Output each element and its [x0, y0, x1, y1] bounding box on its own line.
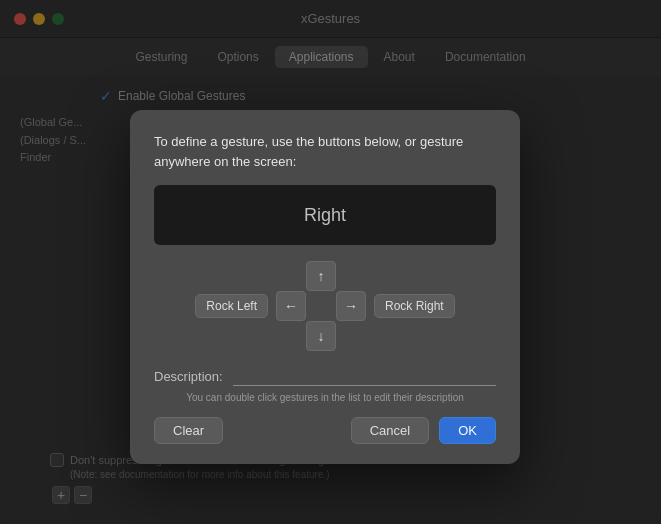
dpad-empty-bl	[276, 321, 306, 351]
dpad-right-button[interactable]: →	[336, 291, 366, 321]
dpad-up-button[interactable]: ↑	[306, 261, 336, 291]
dpad-empty-tr	[336, 261, 366, 291]
dpad-empty-br	[336, 321, 366, 351]
dpad-down-button[interactable]: ↓	[306, 321, 336, 351]
description-input[interactable]	[233, 367, 496, 386]
gesture-display: Right	[154, 185, 496, 245]
rock-left-button[interactable]: Rock Left	[195, 294, 268, 318]
dpad-area: Rock Left ↑ ← → ↓ Rock Right	[154, 261, 496, 351]
dialog-instruction: To define a gesture, use the buttons bel…	[154, 132, 496, 171]
rock-right-button[interactable]: Rock Right	[374, 294, 455, 318]
clear-button[interactable]: Clear	[154, 417, 223, 444]
dpad-empty-tl	[276, 261, 306, 291]
gesture-display-text: Right	[304, 205, 346, 226]
dpad-center: ↑ ← → ↓	[276, 261, 366, 351]
hint-text: You can double click gestures in the lis…	[154, 392, 496, 403]
dpad-left-button[interactable]: ←	[276, 291, 306, 321]
cancel-button[interactable]: Cancel	[351, 417, 429, 444]
dpad-center-empty	[306, 291, 336, 321]
define-gesture-dialog: To define a gesture, use the buttons bel…	[130, 110, 520, 464]
description-label: Description:	[154, 369, 223, 384]
btn-left-group: Clear	[154, 417, 223, 444]
button-row: Clear Cancel OK	[154, 417, 496, 444]
description-row: Description:	[154, 367, 496, 386]
ok-button[interactable]: OK	[439, 417, 496, 444]
btn-right-group: Cancel OK	[351, 417, 496, 444]
